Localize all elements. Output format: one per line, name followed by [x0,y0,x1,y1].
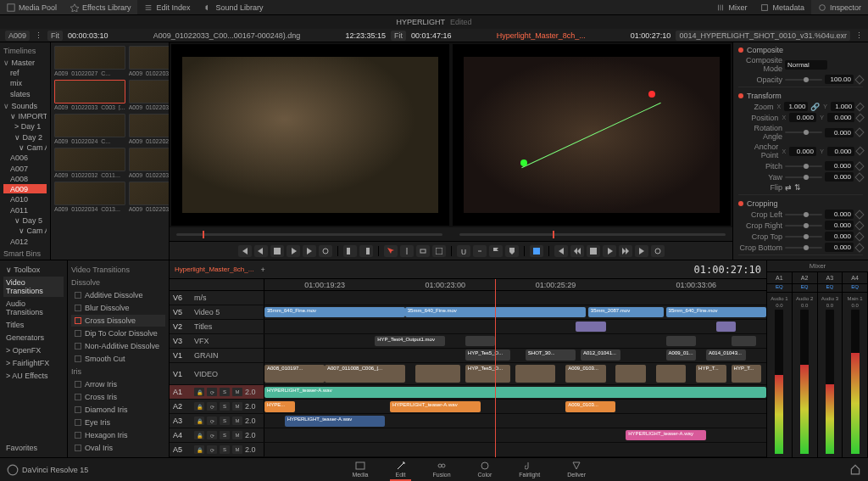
tree-item[interactable]: ∨ Cam A [3,143,47,152]
loop2-icon[interactable] [651,245,665,257]
keyframe-icon[interactable] [855,102,864,110]
mixer-fader[interactable]: Audio 30.0 [818,293,843,457]
track-label[interactable]: V2 [173,322,192,331]
track-lane[interactable]: HYP_Test4_Output1.mov [264,334,766,348]
eq-button[interactable]: EQ [843,284,868,292]
fx-tree-group[interactable]: > FairlightFX [3,357,64,369]
timeline-clip[interactable]: A014_01043... [706,350,746,361]
fx-toolbox[interactable]: ∨ Toolbox [3,264,64,276]
tree-item[interactable]: ∨ IMPORT_0905 [3,111,47,120]
dynamic-trim-icon[interactable] [530,245,543,257]
tab-mixer[interactable]: Mixer [709,0,754,14]
flag-icon[interactable] [489,245,503,257]
mixer-channel[interactable]: A3 [818,272,843,283]
track-lock-icon[interactable]: 🔒 [194,388,204,396]
timeline-clip[interactable] [415,365,460,382]
tree-item[interactable]: mix [3,78,47,87]
opacity-value[interactable]: 100.00 [825,75,854,84]
mark-in-icon[interactable] [343,245,357,257]
add-timeline-icon[interactable]: + [260,266,264,274]
track-solo[interactable]: S [220,431,230,439]
timeline-clip[interactable]: HYPERLIGHT_teaser-A.wav [264,387,766,398]
timeline-clip[interactable]: 35mm_640_Fine.mov [264,307,405,318]
anchor-x[interactable]: 0.000 [789,147,815,156]
track-mute[interactable]: M [232,431,242,439]
mixer-channel[interactable]: A1 [767,272,793,283]
track-lane[interactable]: HYPE... HYPERLIGHT_teaser-A.wav A009_010… [264,400,766,413]
timeline-clip[interactable]: HYP_T... [696,365,726,382]
fx-item[interactable]: Smooth Cut [71,353,165,365]
tree-item[interactable]: ∨ Day 2 [3,132,47,142]
track-solo[interactable]: S [220,417,230,425]
link-icon[interactable] [473,245,487,257]
timeline-clip[interactable]: HYPERLIGHT_teaser-A.wav [390,401,481,412]
timeline-clip[interactable]: HYPERLIGHT_teaser-A.way [626,430,706,441]
inspector-composite[interactable]: Composite [738,46,863,54]
fx-tree-item[interactable]: Generators [3,332,64,344]
menu-dots-icon[interactable]: ⋮ [35,31,42,40]
keyframe-icon[interactable] [855,113,865,122]
tree-smartbins[interactable]: Smart Bins [3,249,47,258]
track-mute[interactable]: M [232,417,242,425]
opacity-slider[interactable] [785,79,822,81]
zoom-y[interactable]: 1.000 [831,102,854,111]
tree-item[interactable]: A011 [3,205,47,215]
timeline-clip[interactable] [576,322,606,333]
link-icon[interactable]: 🔗 [810,103,820,111]
tree-item[interactable]: A007 [3,164,47,173]
next-edit-icon[interactable] [635,245,648,257]
page-fairlight[interactable]: Fairlight [514,459,545,481]
timeline-clip[interactable]: HYPE... [264,401,295,412]
fx-item-selected[interactable]: Cross Dissolve [71,315,165,327]
fx-item[interactable]: Non-Additive Dissolve [71,340,165,352]
page-fusion[interactable]: Fusion [428,459,456,481]
pos-x[interactable]: 0.000 [789,113,815,122]
flip-h-icon[interactable]: ⇄ [785,183,792,192]
media-clip[interactable]: A009_01022039_C014_[0... [129,182,170,212]
fx-item[interactable]: Blur Dissolve [71,302,165,314]
track-solo[interactable]: S [220,402,230,411]
timeline-clip[interactable] [732,336,757,347]
track-lock-icon[interactable]: 🔒 [194,417,204,425]
timeline-clip[interactable]: A009_0103... [565,365,605,382]
mixer-fader[interactable]: Audio 20.0 [793,293,818,457]
timeline-clip[interactable]: 35mm_640_Fine.mov [666,307,766,318]
track-label[interactable]: A3 [173,417,192,425]
tab-edit-index[interactable]: Edit Index [137,0,197,14]
track-label[interactable]: V1 [173,370,192,378]
track-lane[interactable] [264,291,766,305]
timeline-clip[interactable]: A009_01... [666,350,697,361]
keyframe-icon[interactable] [854,172,864,182]
fx-item[interactable]: Oval Iris [71,442,165,454]
media-clip[interactable]: A009_01022027_C... [54,46,125,76]
tab-sound-library[interactable]: Sound Library [197,0,270,14]
stop-icon[interactable] [270,245,284,257]
play2-icon[interactable] [603,245,616,257]
eq-button[interactable]: EQ [793,284,818,292]
track-label[interactable]: A5 [173,445,192,454]
track-lane[interactable]: 35mm_640_Fine.mov 35mm_640_Fine.mov 35mm… [264,305,766,319]
crop-left-slider[interactable] [785,214,822,215]
track-mute[interactable]: M [232,445,242,454]
timeline-clip[interactable] [666,336,697,347]
rotation-val[interactable]: 0.000 [825,128,854,137]
crop-top-slider[interactable] [785,236,822,238]
fx-item[interactable]: Diamond Iris [71,404,165,416]
keyframe-icon[interactable] [855,147,865,156]
timeline-timecode[interactable]: 01:00:27:10 [694,264,761,276]
snap-icon[interactable] [457,245,470,257]
insert-icon[interactable] [416,245,430,257]
timeline-clip[interactable]: A009_0103... [565,401,615,412]
ffwd-icon[interactable] [619,245,632,257]
tree-timelines[interactable]: Timelines [3,47,47,55]
eq-button[interactable]: EQ [767,284,793,292]
track-auto-icon[interactable]: ⟳ [207,417,217,425]
tab-effects-library[interactable]: Effects Library [64,0,137,14]
keyframe-icon[interactable] [854,210,864,219]
keyframe-icon[interactable] [854,232,864,241]
rec-fit[interactable]: Fit [391,31,406,41]
timeline-clip[interactable]: A008_010197... [264,365,325,382]
tree-item-selected[interactable]: A009 [3,184,47,193]
track-solo[interactable]: S [220,445,230,454]
timeline-clip[interactable]: HYP_Test4_Output1.mov [375,336,445,347]
